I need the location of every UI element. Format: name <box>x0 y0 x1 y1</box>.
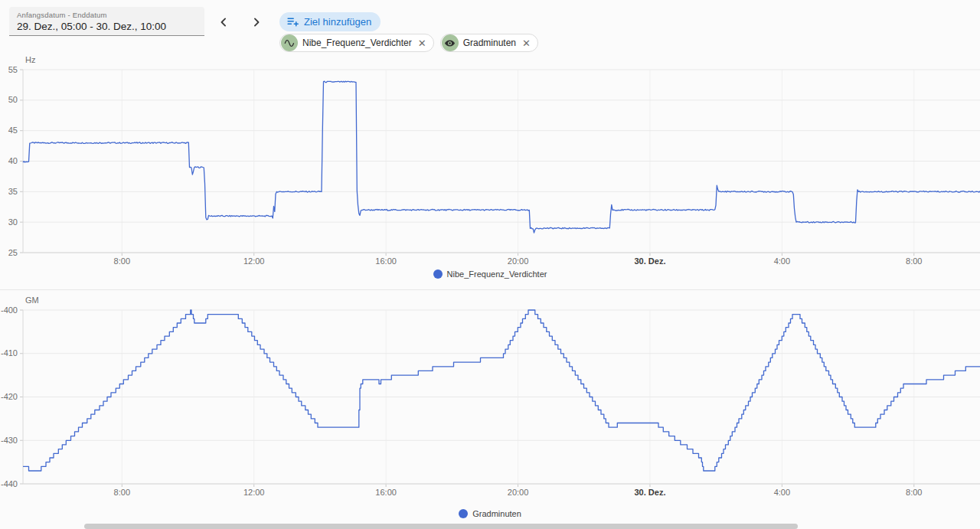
chart-gradminuten[interactable]: 8:0012:0016:0020:0030. Dez.4:008:00-440-… <box>0 295 980 524</box>
y-tick-label: 30 <box>8 217 18 227</box>
horizontal-scrollbar-thumb[interactable] <box>84 524 798 529</box>
legend-dot <box>459 509 468 518</box>
y-tick-label: -400 <box>1 305 18 315</box>
x-tick-label: 30. Dez. <box>634 488 665 497</box>
y-tick-label: -420 <box>1 392 18 401</box>
x-tick-label: 4:00 <box>774 256 790 266</box>
series-line <box>23 81 980 233</box>
x-tick-label: 8:00 <box>114 488 130 497</box>
axis-unit-label: Hz <box>25 55 35 64</box>
entity-chip-gradminuten[interactable]: Gradminuten ✕ <box>440 34 538 52</box>
entity-chip-label: Nibe_Frequenz_Verdichter <box>302 38 412 48</box>
legend-label: Nibe_Frequenz_Verdichter <box>447 269 547 279</box>
remove-entity-icon[interactable]: ✕ <box>416 38 426 48</box>
previous-period-button[interactable] <box>211 9 237 35</box>
x-tick-label: 4:00 <box>774 488 790 497</box>
chevron-left-icon <box>216 15 231 30</box>
x-tick-label: 12:00 <box>243 488 265 497</box>
date-range-field[interactable]: Anfangsdatum - Enddatum 29. Dez., 05:00 … <box>9 7 204 36</box>
x-tick-label: 8:00 <box>114 256 130 266</box>
x-tick-label: 20:00 <box>508 256 529 266</box>
x-tick-label: 16:00 <box>375 256 397 266</box>
add-target-label: Ziel hinzufügen <box>304 16 371 28</box>
legend-label: Gradminuten <box>472 509 521 518</box>
x-tick-label: 30. Dez. <box>634 256 665 266</box>
sine-wave-icon <box>281 34 298 51</box>
y-tick-label: 50 <box>8 95 18 104</box>
y-tick-label: -430 <box>1 436 18 445</box>
legend-dot <box>433 269 443 279</box>
playlist-plus-icon <box>286 15 299 28</box>
y-tick-label: 35 <box>8 187 18 196</box>
series-line <box>23 310 980 471</box>
y-tick-label: -440 <box>1 479 18 488</box>
y-tick-label: 55 <box>8 65 18 74</box>
entity-chip-row: Nibe_Frequenz_Verdichter ✕ Gradminuten ✕ <box>279 34 538 52</box>
chevron-right-icon <box>249 15 264 30</box>
add-target-button[interactable]: Ziel hinzufügen <box>279 12 381 31</box>
remove-entity-icon[interactable]: ✕ <box>521 38 531 48</box>
y-tick-label: -410 <box>1 348 18 358</box>
x-tick-label: 8:00 <box>906 488 922 497</box>
chart-frequency[interactable]: 8:0012:0016:0020:0030. Dez.4:008:0025303… <box>0 57 980 289</box>
legend-gradminuten: Gradminuten <box>0 509 980 518</box>
legend-frequency: Nibe_Frequenz_Verdichter <box>0 269 980 279</box>
entity-chip-frequency[interactable]: Nibe_Frequenz_Verdichter ✕ <box>279 34 434 52</box>
entity-chip-label: Gradminuten <box>463 38 516 48</box>
axis-unit-label: GM <box>25 296 39 305</box>
y-tick-label: 40 <box>8 156 18 165</box>
eye-icon <box>442 34 459 51</box>
x-tick-label: 12:00 <box>243 256 265 266</box>
y-tick-label: 25 <box>8 248 18 257</box>
x-tick-label: 20:00 <box>508 488 529 497</box>
date-range-value: 29. Dez., 05:00 - 30. Dez., 10:00 <box>17 21 197 32</box>
x-tick-label: 8:00 <box>906 256 922 266</box>
section-divider <box>0 289 980 290</box>
next-period-button[interactable] <box>243 9 270 35</box>
y-tick-label: 45 <box>8 126 18 135</box>
x-tick-label: 16:00 <box>375 488 397 497</box>
date-range-label: Anfangsdatum - Enddatum <box>17 11 197 19</box>
